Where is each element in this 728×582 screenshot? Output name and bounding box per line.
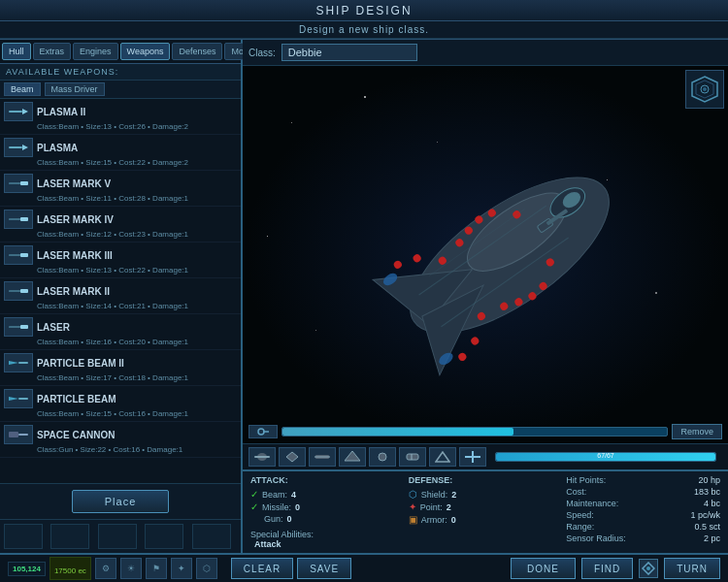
control-bar [281, 427, 668, 436]
slot-cell[interactable] [4, 524, 43, 549]
list-item[interactable]: Laser Class:Beam • Size:16 • Cost:20 • D… [0, 314, 241, 350]
bottom-icon-1[interactable]: ⚙ [95, 558, 116, 579]
slot-cell[interactable] [145, 524, 183, 549]
navigation-icon[interactable] [639, 559, 658, 578]
wi-icon-4[interactable] [339, 447, 366, 467]
missile-label: Missile: [262, 502, 291, 512]
svg-marker-1 [22, 109, 28, 114]
slot-cell[interactable] [98, 524, 137, 549]
weapon-icon [4, 389, 33, 408]
wi-icon-1[interactable] [248, 447, 276, 467]
svg-marker-14 [9, 361, 18, 365]
turn-button[interactable]: TURN [664, 558, 720, 579]
list-item[interactable]: Plasma Class:Beam • Size:15 • Cost:22 • … [0, 135, 241, 171]
hit-points-label: Hit Points: [566, 475, 606, 485]
subtitle-bar: Design a new ship class. [0, 21, 728, 39]
stats-panel: Attack: ✓ Beam: 4 ✓ Missile: 0 Gun: 0 Sp… [243, 469, 728, 553]
subtitle-text: Design a new ship class. [299, 24, 429, 35]
svg-point-68 [646, 566, 650, 570]
defense-header: Defense: [409, 475, 563, 485]
wi-icon-5[interactable] [369, 447, 396, 467]
action-buttons-right: DONE FIND TURN [511, 558, 720, 579]
special-abilities-label: Special Abilities: [250, 530, 405, 539]
shield-value: 2 [451, 490, 456, 500]
wi-icon-3[interactable] [309, 447, 336, 467]
list-item[interactable]: Space Cannon Class:Gun • Size:22 • Cost:… [0, 422, 241, 458]
attack-header: Attack: [250, 475, 405, 485]
weapon-tab-massdriver[interactable]: Mass Driver [45, 82, 105, 96]
speed-value: 1 pc/wk [690, 510, 720, 520]
right-panel: Class: [243, 40, 728, 553]
tab-extras[interactable]: Extras [33, 43, 72, 60]
weapon-icon [4, 210, 33, 229]
wi-icon-2[interactable] [279, 447, 306, 467]
gun-value: 0 [287, 514, 292, 524]
clear-button[interactable]: Clear [231, 558, 293, 579]
capacity-bar: 67/67 [495, 452, 716, 462]
find-button[interactable]: FIND [581, 558, 633, 579]
weapon-filter-tabs: Beam Mass Driver [0, 81, 241, 99]
svg-rect-2 [9, 146, 22, 148]
list-item[interactable]: Particle Beam II Class:Beam • Size:17 • … [0, 350, 241, 386]
wi-icon-7[interactable] [429, 447, 456, 467]
armor-icon: ▣ [409, 514, 417, 525]
defense-column: Defense: ⬡ Shield: 2 ✦ Point: 2 ▣ Armor:… [409, 475, 563, 549]
list-item[interactable]: Laser Mark IV Class:Beam • Size:12 • Cos… [0, 207, 241, 242]
range-label: Range: [566, 522, 594, 532]
bottom-icon-3[interactable]: ⚑ [146, 558, 167, 579]
money-display: 105,124 [13, 565, 41, 573]
svg-marker-60 [345, 451, 360, 461]
sensor-radius-value: 2 pc [704, 534, 720, 543]
done-button[interactable]: DONE [511, 558, 576, 579]
class-label: Class: [248, 48, 276, 58]
svg-rect-18 [9, 432, 18, 437]
weapon-icon [4, 317, 33, 337]
tab-engines[interactable]: Engines [73, 43, 118, 60]
list-item[interactable]: Plasma II Class:Beam • Size:13 • Cost:26… [0, 99, 241, 135]
cost-value: 183 bc [694, 487, 720, 497]
tab-defenses[interactable]: Defenses [172, 43, 222, 60]
sensor-radius-label: Sensor Radius: [566, 534, 626, 543]
list-item[interactable]: Particle Beam Class:Beam • Size:15 • Cos… [0, 386, 241, 422]
armor-label: Armor: [421, 515, 447, 525]
status-left: 105,124 17500 ec ⚙ ☀ ⚑ ✦ ⬡ Clear SAVE [8, 557, 505, 580]
slot-cell[interactable] [192, 524, 231, 549]
speed-label: Speed: [566, 510, 594, 520]
wi-icon-8[interactable] [459, 447, 486, 467]
credits-display: 17500 ec [54, 566, 86, 575]
bottom-icons: ⚙ ☀ ⚑ ✦ ⬡ [95, 558, 217, 579]
svg-rect-62 [407, 454, 418, 460]
cost-label: Cost: [566, 487, 586, 497]
list-item[interactable]: Laser Mark II Class:Beam • Size:14 • Cos… [0, 278, 241, 314]
weapon-icon [4, 353, 33, 372]
list-item[interactable]: Laser Mark III Class:Beam • Size:13 • Co… [0, 242, 241, 278]
tab-weapons[interactable]: Weapons [120, 43, 171, 60]
weapon-icon [4, 174, 33, 193]
remove-button[interactable]: Remove [672, 424, 722, 439]
svg-marker-16 [9, 397, 18, 401]
bottom-icon-5[interactable]: ⬡ [196, 558, 217, 579]
svg-rect-9 [20, 253, 28, 257]
weapon-tab-beam[interactable]: Beam [4, 82, 41, 96]
bottom-icon-2[interactable]: ☀ [120, 558, 142, 579]
wi-icon-6[interactable] [399, 447, 426, 467]
tabs-row: Hull Extras Engines Weapons Defenses Mod… [0, 40, 241, 64]
hit-points-value: 20 hp [698, 475, 720, 485]
list-item[interactable]: Laser Mark V Class:Beam • Size:11 • Cost… [0, 171, 241, 207]
weapon-icon [4, 138, 33, 157]
svg-marker-64 [436, 452, 449, 462]
main-content: Hull Extras Engines Weapons Defenses Mod… [0, 39, 728, 553]
shield-icon: ⬡ [409, 489, 417, 500]
special-abilities-value: Attack [254, 539, 405, 549]
weapon-list[interactable]: Plasma II Class:Beam • Size:13 • Cost:26… [0, 99, 241, 483]
place-button[interactable]: Place [72, 490, 169, 513]
class-name-input[interactable] [281, 44, 417, 61]
bottom-icon-4[interactable]: ✦ [171, 558, 192, 579]
save-button[interactable]: SAVE [297, 558, 351, 579]
slot-cell[interactable] [50, 524, 89, 549]
weapon-icons-row: 67/67 [243, 443, 728, 469]
svg-rect-13 [20, 325, 28, 329]
tab-hull[interactable]: Hull [2, 43, 31, 60]
weapon-icon [4, 245, 33, 265]
range-value: 0.5 sct [694, 522, 720, 532]
